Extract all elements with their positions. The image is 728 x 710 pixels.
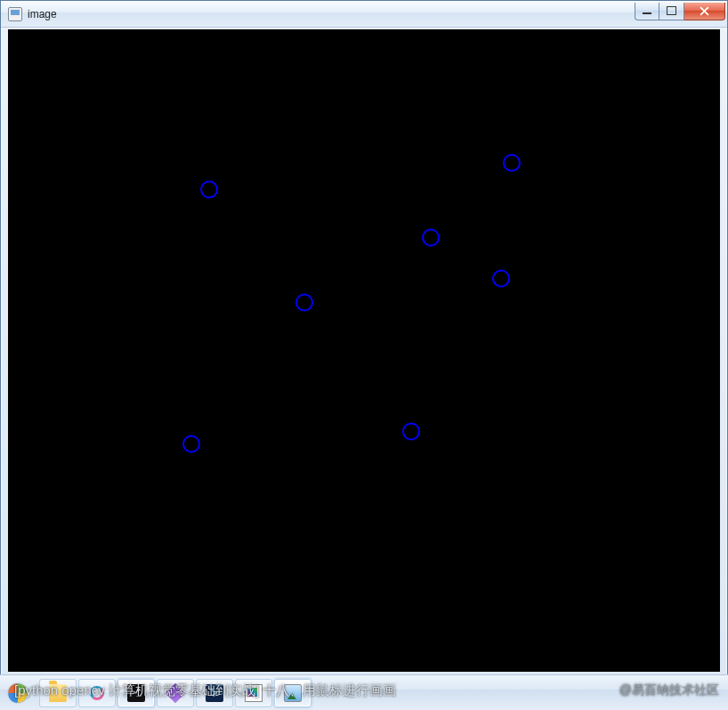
- drawn-circle: [422, 229, 440, 246]
- taskbar-items: [39, 679, 311, 707]
- window-title: image: [28, 8, 57, 20]
- drawing-canvas[interactable]: [8, 29, 720, 672]
- taskbar-item-image-viewer[interactable]: [274, 679, 311, 707]
- drawn-circle: [503, 154, 521, 172]
- taskbar-item-paint[interactable]: [235, 679, 272, 707]
- start-button[interactable]: [0, 675, 36, 711]
- windows-logo-icon: [8, 683, 28, 703]
- taskbar-item-terminal[interactable]: [117, 679, 155, 707]
- powershell-icon: [206, 684, 223, 702]
- close-button[interactable]: [684, 3, 725, 20]
- titlebar-left: image: [8, 7, 57, 21]
- close-icon: [700, 6, 709, 16]
- maximize-button[interactable]: [659, 3, 684, 20]
- visual-studio-icon: [163, 680, 188, 705]
- taskbar-item-copilot[interactable]: [78, 679, 116, 707]
- taskbar-item-visual-studio[interactable]: [157, 679, 194, 707]
- taskbar: [0, 674, 728, 710]
- file-explorer-icon: [49, 684, 67, 702]
- paint-icon: [245, 684, 263, 702]
- drawn-circle: [402, 423, 420, 440]
- taskbar-item-file-explorer[interactable]: [39, 679, 77, 707]
- image-viewer-icon: [284, 684, 302, 702]
- copilot-icon: [88, 684, 106, 702]
- app-icon: [8, 7, 22, 21]
- client-area: [8, 29, 720, 672]
- app-window: image: [0, 0, 728, 680]
- drawn-circle: [492, 270, 510, 287]
- drawn-circle: [295, 294, 313, 311]
- window-controls: [635, 3, 725, 20]
- terminal-icon: [127, 684, 145, 702]
- minimize-button[interactable]: [635, 3, 659, 20]
- taskbar-item-powershell[interactable]: [196, 679, 233, 707]
- drawn-circle: [200, 181, 218, 198]
- titlebar[interactable]: image: [1, 1, 727, 28]
- drawn-circle: [182, 435, 200, 453]
